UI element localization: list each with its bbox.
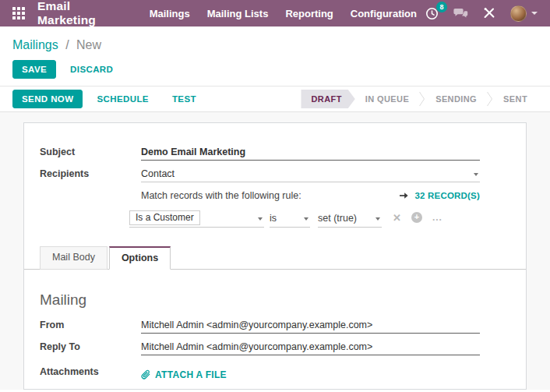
- chevron-down-icon[interactable]: [375, 217, 380, 221]
- form-sheet: Subject Demo Email Marketing Recipients …: [23, 122, 527, 390]
- record-buttons: SAVE DISCARD: [12, 60, 538, 79]
- navbar-systray: 8: [425, 5, 541, 22]
- content-area: Subject Demo Email Marketing Recipients …: [0, 112, 550, 390]
- state-in-queue[interactable]: IN QUEUE: [355, 94, 419, 104]
- add-branch-icon[interactable]: ...: [432, 213, 442, 222]
- subject-row: Subject Demo Email Marketing: [40, 147, 506, 161]
- mailing-section-title: Mailing: [40, 291, 506, 309]
- state-draft[interactable]: DRAFT: [301, 90, 354, 108]
- breadcrumb-separator: /: [65, 38, 69, 51]
- main-menu: Mailings Mailing Lists Reporting Configu…: [141, 2, 425, 26]
- activity-count-badge: 8: [436, 2, 447, 12]
- tools-icon: [483, 7, 495, 19]
- domain-intro-text: Match records with the following rule:: [141, 190, 301, 201]
- domain-intro-row: Match records with the following rule: 3…: [40, 190, 506, 201]
- state-sent[interactable]: SENT: [493, 94, 538, 104]
- rule-field-select[interactable]: Is a Customer: [129, 210, 264, 228]
- from-row: From Mitchell Admin <admin@yourcompany.e…: [40, 320, 506, 334]
- rule-field-tag[interactable]: Is a Customer: [129, 210, 200, 225]
- user-menu[interactable]: [510, 5, 538, 22]
- chevron-down-icon[interactable]: [258, 217, 263, 221]
- chevron-right-icon: [419, 90, 425, 108]
- add-rule-icon[interactable]: +: [411, 212, 422, 223]
- recipients-select[interactable]: Contact: [141, 168, 480, 182]
- rule-operator-select[interactable]: is: [270, 213, 310, 228]
- send-now-button[interactable]: SEND NOW: [12, 90, 83, 108]
- attachments-label: Attachments: [40, 366, 141, 380]
- reply-to-input[interactable]: Mitchell Admin <admin@yourcompany.exampl…: [141, 341, 480, 355]
- subject-input[interactable]: Demo Email Marketing: [141, 147, 480, 161]
- apps-menu-icon[interactable]: [12, 7, 25, 20]
- app-title: Email Marketing: [37, 0, 121, 27]
- chevron-down-icon[interactable]: [304, 217, 308, 221]
- from-input[interactable]: Mitchell Admin <admin@yourcompany.exampl…: [141, 320, 480, 334]
- schedule-button[interactable]: SCHEDULE: [87, 90, 157, 108]
- form-statusbar: SEND NOW SCHEDULE TEST DRAFT IN QUEUE SE…: [0, 86, 550, 112]
- rule-tools: ✕ + ...: [393, 212, 442, 223]
- notebook-tabs: Mail Body Options: [24, 246, 526, 270]
- top-navbar: Email Marketing Mailings Mailing Lists R…: [0, 0, 550, 26]
- recipients-label: Recipients: [40, 168, 141, 182]
- breadcrumb-mailings-link[interactable]: Mailings: [12, 38, 58, 51]
- developer-tools-button[interactable]: [483, 7, 495, 19]
- rule-value-text: set (true): [318, 213, 357, 224]
- statusbar-actions: SEND NOW SCHEDULE TEST: [12, 90, 206, 108]
- breadcrumb: Mailings / New: [12, 37, 538, 54]
- arrow-right-icon: [399, 192, 409, 200]
- messages-button[interactable]: [453, 8, 468, 19]
- breadcrumb-current: New: [76, 38, 101, 51]
- attach-file-button[interactable]: ATTACH A FILE: [141, 369, 227, 380]
- delete-rule-icon[interactable]: ✕: [393, 213, 401, 223]
- chat-bubbles-icon: [453, 8, 468, 19]
- save-button[interactable]: SAVE: [12, 60, 56, 79]
- rule-operator-value: is: [270, 213, 277, 224]
- activities-button[interactable]: 8: [425, 7, 439, 20]
- records-count-button[interactable]: 32 RECORD(S): [399, 191, 480, 200]
- tab-mail-body[interactable]: Mail Body: [40, 246, 108, 270]
- chevron-right-icon: [487, 90, 493, 108]
- recipients-row: Recipients Contact: [40, 168, 506, 182]
- user-avatar: [510, 5, 527, 22]
- chevron-down-icon: [531, 12, 538, 15]
- test-button[interactable]: TEST: [163, 90, 206, 108]
- menu-configuration[interactable]: Configuration: [342, 2, 425, 26]
- menu-reporting[interactable]: Reporting: [277, 2, 341, 26]
- subject-label: Subject: [40, 147, 141, 161]
- attach-file-label: ATTACH A FILE: [155, 369, 227, 380]
- chevron-down-icon[interactable]: [474, 173, 478, 176]
- domain-rule-row: Is a Customer is set (true) ✕ + ...: [129, 210, 506, 228]
- options-pane: Mailing From Mitchell Admin <admin@yourc…: [40, 270, 506, 380]
- from-label: From: [40, 320, 141, 334]
- control-panel: Mailings / New SAVE DISCARD: [0, 26, 550, 86]
- paperclip-icon: [141, 369, 151, 380]
- tab-options[interactable]: Options: [109, 246, 171, 270]
- rule-value-select[interactable]: set (true): [318, 213, 382, 228]
- discard-button[interactable]: DISCARD: [61, 61, 122, 78]
- reply-to-row: Reply To Mitchell Admin <admin@yourcompa…: [40, 341, 506, 355]
- state-sending[interactable]: SENDING: [425, 94, 487, 104]
- status-states: DRAFT IN QUEUE SENDING SENT: [301, 90, 538, 108]
- menu-mailing-lists[interactable]: Mailing Lists: [199, 2, 277, 26]
- menu-mailings[interactable]: Mailings: [141, 2, 199, 26]
- attachments-row: Attachments ATTACH A FILE: [40, 366, 506, 380]
- recipients-value: Contact: [141, 168, 175, 179]
- reply-to-label: Reply To: [40, 341, 141, 355]
- records-count-label: 32 RECORD(S): [414, 191, 480, 200]
